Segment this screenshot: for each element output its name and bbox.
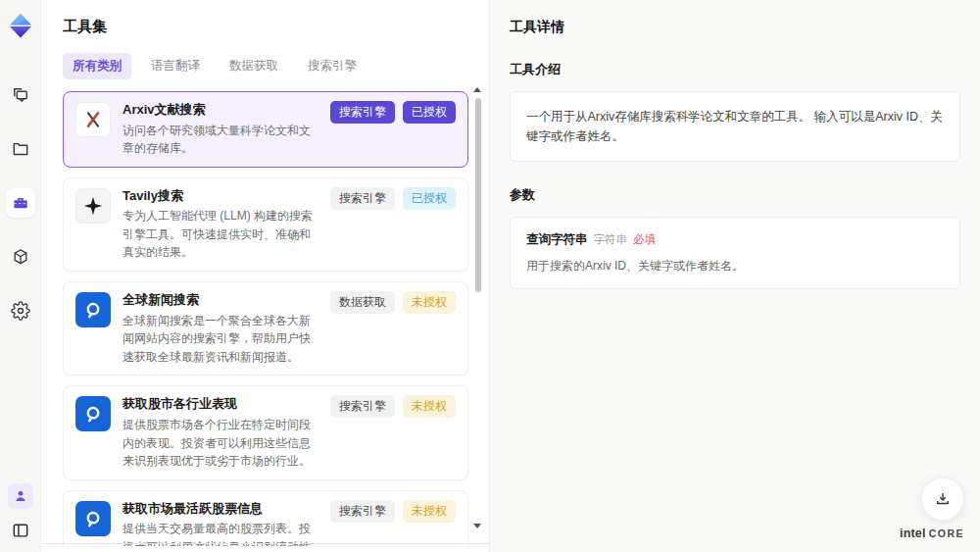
panel-toggle-icon[interactable] (9, 519, 32, 542)
toolbox-icon[interactable] (6, 188, 35, 218)
list-bottom-divider (41, 543, 489, 544)
tab-language-translation[interactable]: 语言翻译 (141, 53, 210, 79)
category-badge: 数据获取 (330, 291, 395, 314)
settings-icon[interactable] (6, 296, 35, 326)
params-heading: 参数 (510, 186, 960, 204)
scroll-up-arrow[interactable] (473, 87, 481, 92)
folder-icon[interactable] (6, 134, 35, 164)
tool-card-tavily[interactable]: Tavily搜索 专为人工智能代理 (LLM) 构建的搜索引擎工具。可快速提供实… (63, 177, 468, 272)
intel-logo-text: intel (900, 527, 926, 540)
tab-all-categories[interactable]: 所有类别 (63, 53, 131, 79)
tool-name: Tavily搜索 (122, 187, 315, 205)
param-name: 查询字符串 (526, 231, 588, 248)
tool-name: Arxiv文献搜索 (122, 101, 315, 119)
param-card: 查询字符串 字符串 必填 用于搜索的Arxiv ID、关键字或作者姓名。 (510, 217, 960, 289)
tool-card-global-news[interactable]: 全球新闻搜索 全球新闻搜索是一个聚合全球各大新闻网站内容的搜索引擎，帮助用户快速… (63, 281, 468, 376)
auth-badge: 已授权 (403, 187, 456, 210)
sidebar-nav (6, 80, 35, 326)
category-tabs: 所有类别 语言翻译 数据获取 搜索引擎 (63, 53, 489, 79)
arxiv-icon (75, 102, 111, 137)
auth-badge: 已授权 (403, 101, 456, 124)
auth-badge: 未授权 (403, 395, 456, 418)
tab-search-engine[interactable]: 搜索引擎 (298, 53, 367, 79)
tavily-star-icon (75, 188, 111, 224)
param-description: 用于搜索的Arxiv ID、关键字或作者姓名。 (526, 257, 944, 275)
tools-panel: 工具集 所有类别 语言翻译 数据获取 搜索引擎 Arxiv文献搜索 访问各个研究… (41, 0, 490, 552)
blue-search-icon (75, 292, 111, 327)
tool-card-stock-sectors[interactable]: 获取股市各行业表现 提供股票市场各个行业在特定时间段内的表现。投资者可以利用这些… (63, 385, 468, 479)
chat-icon[interactable] (6, 80, 35, 110)
tool-description: 提供股票市场各个行业在特定时间段内的表现。投资者可以利用这些信息来识别表现优于或… (122, 416, 315, 471)
tab-data-retrieval[interactable]: 数据获取 (220, 53, 288, 79)
category-badge: 搜索引擎 (330, 500, 395, 523)
user-icon[interactable] (8, 483, 33, 509)
tool-description: 专为人工智能代理 (LLM) 构建的搜索引擎工具。可快速提供实时、准确和真实的结… (122, 207, 315, 262)
intel-core-logo: intel CORE (900, 527, 964, 540)
intro-heading: 工具介绍 (510, 61, 960, 78)
category-badge: 搜索引擎 (330, 101, 395, 124)
param-required-badge: 必填 (633, 232, 656, 247)
cube-icon[interactable] (6, 242, 35, 272)
category-badge: 搜索引擎 (330, 187, 395, 210)
tool-card-active-stocks[interactable]: 获取市场最活跃股票信息 提供当天交易量最高的股票列表。投资者可以利用这些信息来识… (63, 490, 468, 546)
tool-name: 获取股市各行业表现 (122, 395, 315, 413)
tool-description: 访问各个研究领域大量科学论文和文章的存储库。 (122, 122, 315, 158)
core-logo-text: CORE (929, 527, 964, 539)
auth-badge: 未授权 (403, 291, 456, 314)
app-sidebar (0, 0, 41, 552)
scrollbar-thumb[interactable] (475, 98, 481, 292)
tool-name: 全球新闻搜索 (122, 291, 315, 309)
tool-detail-panel: 工具详情 工具介绍 一个用于从Arxiv存储库搜索科学论文和文章的工具。 输入可… (490, 0, 980, 552)
detail-title: 工具详情 (510, 19, 960, 36)
sidebar-bottom (8, 483, 33, 542)
tool-list: Arxiv文献搜索 访问各个研究领域大量科学论文和文章的存储库。 搜索引擎 已授… (63, 91, 468, 546)
tool-description: 提供当天交易量最高的股票列表。投资者可以利用这些信息来识别流动性强的股票和潜在的… (122, 520, 315, 546)
tool-name: 获取市场最活跃股票信息 (122, 500, 315, 518)
category-badge: 搜索引擎 (330, 395, 395, 418)
tool-description: 全球新闻搜索是一个聚合全球各大新闻网站内容的搜索引擎，帮助用户快速获取全球最新资… (122, 312, 315, 367)
auth-badge: 未授权 (403, 500, 456, 523)
param-type: 字符串 (594, 232, 628, 247)
download-button[interactable] (921, 477, 964, 521)
tool-intro-text: 一个用于从Arxiv存储库搜索科学论文和文章的工具。 输入可以是Arxiv ID… (510, 91, 960, 162)
page-title: 工具集 (63, 18, 489, 36)
tool-card-arxiv[interactable]: Arxiv文献搜索 访问各个研究领域大量科学论文和文章的存储库。 搜索引擎 已授… (63, 91, 468, 168)
blue-search-icon (75, 396, 111, 431)
download-icon (934, 490, 952, 508)
scroll-down-arrow[interactable] (473, 524, 481, 528)
app-logo (7, 12, 34, 39)
blue-search-icon (75, 501, 111, 536)
